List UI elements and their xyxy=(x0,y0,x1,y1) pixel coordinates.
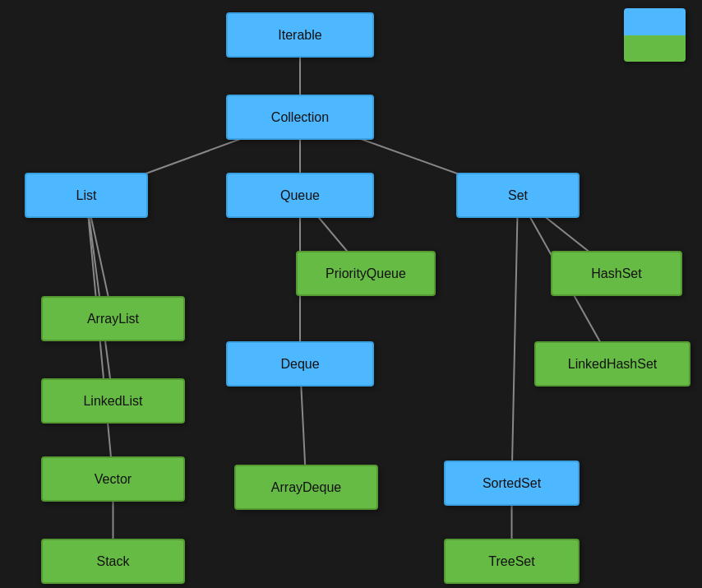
node-list[interactable]: List xyxy=(25,173,148,218)
node-linkedlist[interactable]: LinkedList xyxy=(41,378,185,424)
node-sortedset[interactable]: SortedSet xyxy=(444,461,580,506)
label-list: List xyxy=(76,188,97,203)
label-stack: Stack xyxy=(96,554,129,569)
label-vector: Vector xyxy=(95,472,132,487)
label-linkedlist: LinkedList xyxy=(83,394,142,409)
node-vector[interactable]: Vector xyxy=(41,456,185,502)
node-set[interactable]: Set xyxy=(456,173,580,218)
node-hashset[interactable]: HashSet xyxy=(551,251,682,296)
node-stack[interactable]: Stack xyxy=(41,539,185,584)
label-queue: Queue xyxy=(280,188,320,203)
label-collection: Collection xyxy=(271,110,329,125)
node-arraylist[interactable]: ArrayList xyxy=(41,296,185,341)
node-treeset[interactable]: TreeSet xyxy=(444,539,580,584)
label-hashset: HashSet xyxy=(591,266,641,281)
label-set: Set xyxy=(508,188,528,203)
label-arraylist: ArrayList xyxy=(87,312,139,326)
node-queue[interactable]: Queue xyxy=(226,173,374,218)
corner-element xyxy=(624,8,686,62)
node-collection[interactable]: Collection xyxy=(226,95,374,140)
node-linkedhashset[interactable]: LinkedHashSet xyxy=(534,341,690,387)
node-priorityqueue[interactable]: PriorityQueue xyxy=(296,251,436,296)
line-set-sortedset xyxy=(512,196,519,484)
node-arraydeque[interactable]: ArrayDeque xyxy=(234,465,378,510)
label-linkedhashset: LinkedHashSet xyxy=(568,357,658,372)
label-iterable: Iterable xyxy=(278,28,321,43)
label-deque: Deque xyxy=(280,357,319,372)
label-sortedset: SortedSet xyxy=(483,476,541,491)
label-priorityqueue: PriorityQueue xyxy=(326,266,406,281)
label-treeset: TreeSet xyxy=(488,554,534,569)
node-iterable[interactable]: Iterable xyxy=(226,12,374,58)
label-arraydeque: ArrayDeque xyxy=(271,480,341,495)
node-deque[interactable]: Deque xyxy=(226,341,374,387)
